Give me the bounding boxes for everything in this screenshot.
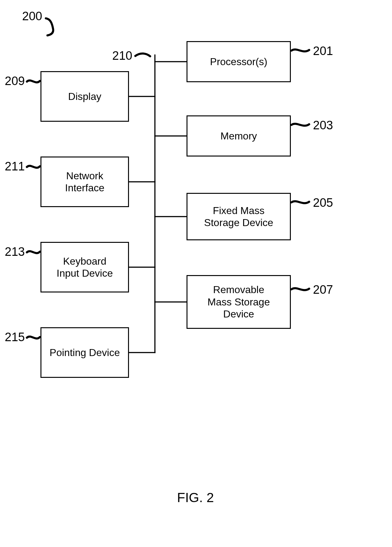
ref-processor: 201 [313, 44, 333, 58]
block-fixed: Fixed MassStorage Device [187, 193, 291, 240]
ref-memory: 203 [313, 119, 333, 132]
figure-number: 200 [22, 9, 42, 23]
block-memory-label: Memory [220, 130, 257, 142]
block-removable: RemovableMass StorageDevice [187, 275, 291, 329]
block-processor-label: Processor(s) [210, 56, 267, 68]
lead-210 [135, 53, 150, 56]
lead-207 [291, 288, 309, 290]
block-processor: Processor(s) [187, 41, 291, 82]
block-display-label: Display [68, 90, 101, 102]
block-network: NetworkInterface [40, 157, 129, 207]
lead-205 [291, 201, 309, 203]
lead-209 [27, 81, 40, 83]
lead-213 [27, 251, 40, 253]
block-keyboard: KeyboardInput Device [40, 242, 129, 292]
ref-pointing: 215 [5, 330, 25, 344]
bus-label: 210 [112, 49, 132, 63]
ref-display: 209 [5, 74, 25, 88]
block-display: Display [40, 71, 129, 122]
block-pointing-label: Pointing Device [50, 347, 120, 359]
block-keyboard-label: KeyboardInput Device [57, 255, 113, 280]
figure-caption: FIG. 2 [177, 490, 214, 505]
lead-200 [46, 18, 53, 35]
lead-201 [291, 50, 309, 52]
lead-203 [291, 124, 309, 126]
lead-211 [27, 166, 40, 168]
block-removable-label: RemovableMass StorageDevice [207, 284, 270, 320]
block-pointing: Pointing Device [40, 327, 129, 378]
ref-removable: 207 [313, 283, 333, 297]
lead-215 [27, 337, 40, 339]
ref-network: 211 [5, 160, 25, 173]
block-network-label: NetworkInterface [65, 170, 105, 194]
ref-keyboard: 213 [5, 245, 25, 259]
ref-fixed: 205 [313, 196, 333, 210]
block-fixed-label: Fixed MassStorage Device [204, 205, 273, 229]
diagram-canvas: 200 210 Display 209 NetworkInterface 211… [0, 0, 392, 547]
block-memory: Memory [187, 115, 291, 157]
